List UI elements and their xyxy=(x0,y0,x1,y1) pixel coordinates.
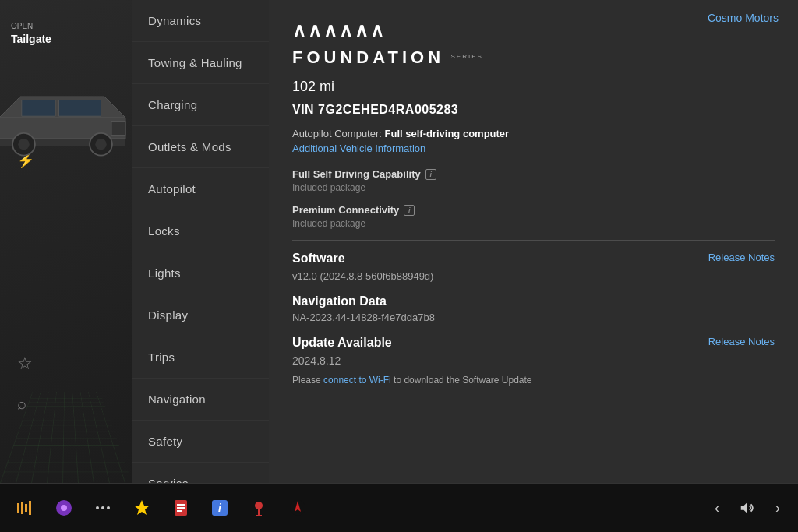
sidebar-item-dynamics[interactable]: Dynamics xyxy=(132,0,269,42)
search-icon[interactable]: ⌕ xyxy=(17,395,26,413)
svg-marker-8 xyxy=(59,100,101,117)
sidebar-item-autopilot[interactable]: Autopilot xyxy=(132,168,269,210)
fsd-info-icon[interactable]: i xyxy=(425,169,436,180)
wifi-link[interactable]: connect to Wi-Fi xyxy=(323,375,391,386)
taskbar-pin-icon[interactable] xyxy=(242,491,276,525)
sidebar-item-safety[interactable]: Safety xyxy=(132,421,269,463)
software-section-title: Software xyxy=(292,252,345,266)
software-version: v12.0 (2024.8.8 560f6b88949d) xyxy=(292,270,775,282)
mileage-display: 102 mi xyxy=(292,79,775,95)
brand-logo-area: ∧∧∧∧∧∧ xyxy=(292,19,775,41)
autopilot-value: Full self-driving computer xyxy=(385,128,510,139)
svg-rect-23 xyxy=(177,510,182,512)
sidebar-item-lights[interactable]: Lights xyxy=(132,252,269,294)
left-panel: Open Tailgate ⚡ ☆ ⌕ xyxy=(0,0,132,483)
svg-rect-13 xyxy=(29,501,31,515)
sidebar-item-towing[interactable]: Towing & Hauling xyxy=(132,42,269,84)
sidebar-item-display[interactable]: Display xyxy=(132,294,269,336)
sidebar-item-charging[interactable]: Charging xyxy=(132,84,269,126)
sidebar-item-trips[interactable]: Trips xyxy=(132,336,269,379)
update-release-notes-link[interactable]: Release Notes xyxy=(708,336,775,347)
taskbar-navigation-controls: ‹ › xyxy=(704,495,790,520)
svg-rect-21 xyxy=(177,504,185,506)
svg-marker-7 xyxy=(22,100,55,117)
divider-1 xyxy=(292,240,775,241)
nav-data-value: NA-2023.44-14828-f4e7dda7b8 xyxy=(292,312,775,323)
svg-rect-12 xyxy=(25,504,27,512)
svg-point-6 xyxy=(95,139,106,150)
brand-logo: ∧∧∧∧∧∧ xyxy=(292,19,775,41)
premium-feature: Premium Connectivity i Included package xyxy=(292,204,775,229)
cosmo-motors-link[interactable]: Cosmo Motors xyxy=(708,12,779,24)
sidebar-item-service[interactable]: Service xyxy=(132,463,269,483)
wifi-notice: Please connect to Wi-Fi to download the … xyxy=(292,375,775,386)
update-title: Update Available xyxy=(292,336,392,350)
forward-button[interactable]: › xyxy=(765,495,790,520)
taskbar-menu-icon[interactable] xyxy=(86,491,120,525)
svg-point-16 xyxy=(96,506,99,509)
software-section-row: Software Release Notes xyxy=(292,252,775,266)
svg-rect-11 xyxy=(21,502,23,514)
autopilot-info: Autopilot Computer: Full self-driving co… xyxy=(292,128,775,139)
taskbar-audio-icon[interactable] xyxy=(8,491,42,525)
taskbar-games-icon[interactable] xyxy=(125,491,159,525)
fsd-sub: Included package xyxy=(292,182,775,193)
vehicle-image xyxy=(0,70,132,179)
svg-point-15 xyxy=(61,505,67,511)
foundation-badge: FOUNDATION SERIES xyxy=(292,48,775,68)
update-section-row: Update Available Release Notes xyxy=(292,336,775,350)
sidebar-item-outlets[interactable]: Outlets & Mods xyxy=(132,126,269,168)
taskbar-file-icon[interactable] xyxy=(164,491,198,525)
star-icon[interactable]: ☆ xyxy=(17,354,33,374)
sidebar-nav: Dynamics Towing & Hauling Charging Outle… xyxy=(132,0,269,483)
premium-title: Premium Connectivity i xyxy=(292,204,775,216)
vin-display: VIN 7G2CEHED4RA005283 xyxy=(292,103,775,117)
update-version: 2024.8.12 xyxy=(292,354,775,367)
tailgate-label: Tailgate xyxy=(11,33,51,45)
svg-rect-10 xyxy=(17,503,19,513)
open-label: Open xyxy=(11,22,33,30)
premium-sub: Included package xyxy=(292,218,775,229)
taskbar-apps-icon[interactable] xyxy=(47,491,81,525)
svg-point-18 xyxy=(107,506,110,509)
autopilot-label: Autopilot Computer: xyxy=(292,128,382,139)
software-release-notes-link[interactable]: Release Notes xyxy=(708,252,775,263)
taskbar-info-icon[interactable]: i xyxy=(203,491,237,525)
nav-data-title: Navigation Data xyxy=(292,294,775,308)
taskbar: i ‹ › xyxy=(0,483,798,532)
svg-point-4 xyxy=(18,139,29,150)
svg-point-26 xyxy=(255,502,263,509)
svg-rect-9 xyxy=(111,122,125,136)
sidebar-item-navigation[interactable]: Navigation xyxy=(132,379,269,421)
sidebar-item-locks[interactable]: Locks xyxy=(132,210,269,252)
svg-point-17 xyxy=(101,506,104,509)
additional-info-link[interactable]: Additional Vehicle Information xyxy=(292,143,775,154)
svg-marker-29 xyxy=(741,502,747,514)
taskbar-nav-icon[interactable] xyxy=(281,491,315,525)
fsd-title: Full Self Driving Capability i xyxy=(292,168,775,180)
premium-info-icon[interactable]: i xyxy=(404,205,415,216)
svg-marker-19 xyxy=(134,500,150,515)
svg-rect-22 xyxy=(177,507,185,509)
fsd-feature: Full Self Driving Capability i Included … xyxy=(292,168,775,193)
back-button[interactable]: ‹ xyxy=(704,495,729,520)
foundation-series: SERIES xyxy=(450,53,482,60)
volume-control[interactable] xyxy=(733,499,762,516)
main-content: Cosmo Motors ∧∧∧∧∧∧ FOUNDATION SERIES 10… xyxy=(269,0,798,483)
foundation-label: FOUNDATION xyxy=(292,48,444,67)
